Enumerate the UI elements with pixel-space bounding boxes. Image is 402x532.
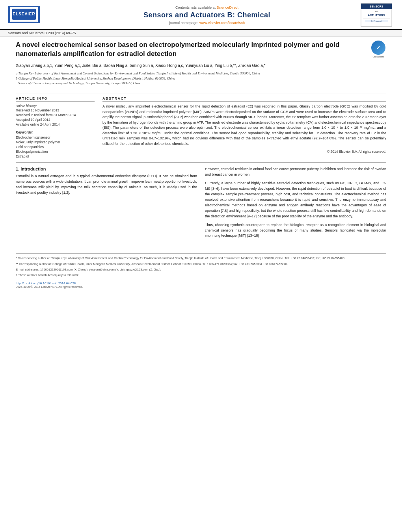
footnote-2: ** Corresponding author at: College of P…	[16, 262, 386, 266]
intro-para-3: Currently, a large number of highly sens…	[205, 181, 386, 219]
footnote-equal: 1 These authors contributed equally to t…	[16, 273, 386, 277]
authors-text: Xiaoyan Zhang a,b,1, Yuan Peng a,1, Jial…	[16, 63, 265, 68]
footnote-email: E-mail addresses: 17560122205@163.com (X…	[16, 267, 386, 272]
article-info-column: ARTICLE INFO Article history: Received 1…	[16, 96, 95, 159]
svg-text:ELSEVIER: ELSEVIER	[13, 12, 35, 16]
article-footer: * Corresponding author at: Tianjin Key L…	[16, 253, 386, 277]
sensors-actuators-logo: SENSORS and ACTUATORS B: Chemical	[359, 3, 394, 27]
intro-para-2: However, estradiol residues in animal fo…	[205, 167, 386, 178]
keyword-2: Molecularly imprinted polymer	[16, 140, 95, 144]
svg-text:B: Chemical: B: Chemical	[371, 20, 382, 22]
journal-volume-text: Sensors and Actuators B 200 (2014) 69–75	[8, 31, 76, 35]
intro-para-4: Thus, choosing synthetic counterparts to…	[205, 222, 386, 239]
homepage-url[interactable]: www.elsevier.com/locate/snb	[199, 21, 245, 25]
footnote-1: * Corresponding author at: Tianjin Key L…	[16, 256, 386, 260]
intro-section-number: 1.	[16, 167, 19, 171]
issn-line: 0925-4005/© 2014 Elsevier B.V. All right…	[16, 285, 386, 289]
journal-homepage: journal homepage: www.elsevier.com/locat…	[63, 21, 351, 25]
body-col-left: 1. Introduction Estradiol is a natural e…	[16, 167, 197, 242]
affiliation-c: c School of Chemical Engineering and Tec…	[16, 81, 363, 86]
accepted-date: Accepted 10 April 2014	[16, 118, 95, 122]
affiliations-block: a Tianjin Key Laboratory of Risk Assessm…	[16, 71, 363, 86]
article-title-block: A novel electrochemical sensor based on …	[16, 41, 370, 89]
body-content: 1. Introduction Estradiol is a natural e…	[16, 167, 386, 242]
elsevier-logo: ELSEVIER	[8, 6, 55, 24]
article-title-section: A novel electrochemical sensor based on …	[16, 41, 386, 89]
abstract-text: A novel molecularly imprinted electroche…	[102, 104, 386, 146]
article-info-label: ARTICLE INFO	[16, 96, 95, 102]
keywords-label: Keywords:	[16, 130, 95, 134]
svg-text:SENSORS: SENSORS	[370, 5, 383, 8]
contents-label: Contents lists available at	[175, 6, 216, 9]
journal-volume-bar: Sensors and Actuators B 200 (2014) 69–75	[0, 30, 402, 37]
affiliation-b: b College of Public Health, Inner Mongol…	[16, 76, 363, 81]
abstract-column: ABSTRACT A novel molecularly imprinted e…	[102, 96, 386, 159]
header-center: Contents lists available at ScienceDirec…	[55, 6, 359, 25]
body-two-col: 1. Introduction Estradiol is a natural e…	[16, 167, 386, 242]
article-title: A novel electrochemical sensor based on …	[16, 41, 363, 59]
article-history: Article history: Received 13 November 20…	[16, 104, 95, 126]
keyword-5: Estradiol	[16, 154, 95, 158]
info-abstract-section: ARTICLE INFO Article history: Received 1…	[16, 96, 386, 159]
copyright-line: © 2014 Elsevier B.V. All rights reserved…	[102, 150, 386, 154]
abstract-divider	[16, 162, 386, 163]
keywords-block: Keywords: Electrochemical sensor Molecul…	[16, 130, 95, 158]
keyword-3: Gold nanoparticles	[16, 145, 95, 149]
elsevier-logo-box: ELSEVIER	[8, 6, 40, 23]
crossmark-icon: ✓	[371, 41, 385, 55]
authors-line: Xiaoyan Zhang a,b,1, Yuan Peng a,1, Jial…	[16, 63, 363, 69]
sciencedirect-link[interactable]: ScienceDirect	[217, 6, 239, 9]
journal-header: ELSEVIER Contents lists available at Sci…	[0, 0, 402, 30]
homepage-label: journal homepage:	[169, 21, 199, 25]
sensors-logo-image: SENSORS and ACTUATORS B: Chemical	[361, 3, 392, 27]
footnotes-section: * Corresponding author at: Tianjin Key L…	[0, 249, 402, 277]
crossmark-logo[interactable]: ✓ CrossMark	[370, 41, 386, 58]
doi-link[interactable]: http://dx.doi.org/10.1016/j.snb.2014.04.…	[16, 282, 76, 285]
journal-title: Sensors and Actuators B: Chemical	[63, 11, 351, 19]
intro-section-title: 1. Introduction	[16, 167, 197, 171]
svg-text:ACTUATORS: ACTUATORS	[368, 14, 385, 17]
sciencedirect-line: Contents lists available at ScienceDirec…	[63, 6, 351, 9]
received-date: Received 13 November 2013	[16, 108, 95, 112]
crossmark-label: CrossMark	[372, 56, 384, 58]
footer-doi-section: http://dx.doi.org/10.1016/j.snb.2014.04.…	[0, 278, 402, 289]
keyword-4: Electropolymerization	[16, 150, 95, 154]
title-divider	[16, 93, 386, 93]
abstract-label: ABSTRACT	[102, 96, 386, 102]
history-label: Article history:	[16, 104, 95, 108]
intro-section-label: Introduction	[20, 167, 46, 171]
page: ELSEVIER Contents lists available at Sci…	[0, 0, 402, 532]
received-revised-date: Received in revised form 31 March 2014	[16, 113, 95, 117]
svg-text:and: and	[374, 10, 378, 13]
keyword-1: Electrochemical sensor	[16, 135, 95, 139]
intro-para-1: Estradiol is a natural estrogen and is a…	[16, 174, 197, 196]
footer-divider	[16, 249, 386, 249]
article-area: A novel electrochemical sensor based on …	[0, 37, 402, 246]
body-col-right: However, estradiol residues in animal fo…	[205, 167, 386, 242]
affiliation-a: a Tianjin Key Laboratory of Risk Assessm…	[16, 71, 363, 76]
available-online-date: Available online 24 April 2014	[16, 122, 95, 126]
